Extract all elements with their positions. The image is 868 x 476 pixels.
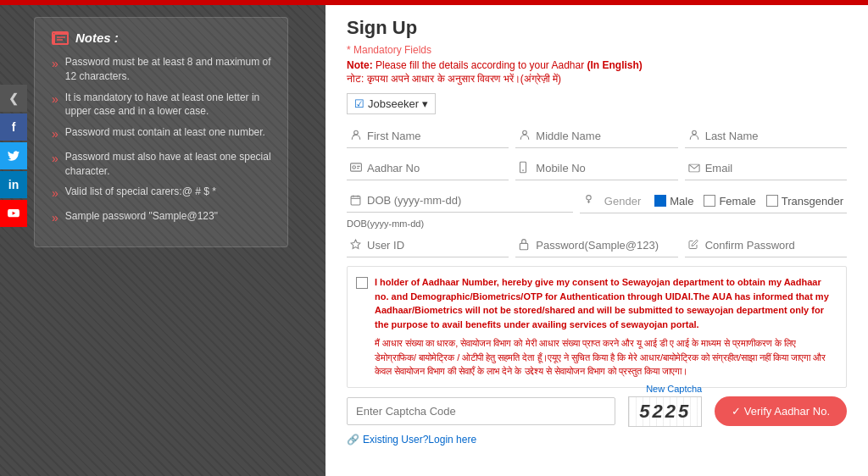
id-card-icon — [350, 163, 362, 175]
password-input[interactable] — [515, 234, 677, 257]
note-body: Please fill the details according to you… — [376, 59, 587, 71]
facebook-button[interactable]: f — [0, 113, 27, 141]
notes-arrow-icon: » — [52, 151, 58, 168]
consent-english: I holder of Aadhaar Number, hereby give … — [375, 275, 837, 331]
note-hindi: नोट: कृपया अपने आधार के अनुसार विवरण भरे… — [347, 73, 847, 85]
email-field — [685, 157, 847, 180]
main-panel: Sign Up * Mandatory Fields Note: Please … — [326, 0, 868, 476]
aadhar-input[interactable] — [347, 157, 509, 180]
svg-point-18 — [587, 196, 591, 200]
notes-panel: Notes : »Password must be at least 8 and… — [34, 17, 288, 247]
star-icon — [350, 239, 361, 252]
notes-item: »Valid list of special carers:@ # $ * — [52, 185, 275, 202]
password-field — [515, 234, 677, 257]
userid-input[interactable] — [347, 234, 509, 257]
mobile-input[interactable] — [515, 157, 677, 180]
svg-point-3 — [354, 130, 359, 135]
top-bar — [0, 0, 868, 5]
mobile-icon — [519, 162, 527, 176]
notes-title: Notes : — [52, 30, 275, 45]
last-name-field — [685, 125, 847, 148]
transgender-checkbox[interactable] — [766, 195, 778, 207]
jobseeker-dropdown[interactable]: ☑ Jobseeker ▾ — [347, 93, 436, 114]
note-label: Note: — [347, 59, 373, 71]
calendar-icon — [350, 195, 361, 208]
credentials-row — [347, 234, 847, 257]
notes-item: »Password must contain at least one numb… — [52, 125, 275, 143]
dob-gender-row: Gender Male Female Transgender — [347, 189, 847, 213]
notes-arrow-icon: » — [52, 126, 58, 143]
form-title: Sign Up — [347, 17, 847, 39]
svg-point-8 — [353, 166, 356, 169]
gender-row: Gender Male Female Transgender — [580, 189, 847, 213]
gender-label: Gender — [604, 195, 641, 208]
gender-female-option[interactable]: Female — [704, 195, 755, 208]
consent-text-wrap: I holder of Aadhaar Number, hereby give … — [375, 275, 837, 379]
middle-name-field — [515, 125, 677, 148]
gender-male-option[interactable]: Male — [654, 195, 693, 208]
notes-item: »Sample password "Sample@123" — [52, 209, 275, 227]
person-icon — [350, 130, 362, 144]
first-name-input[interactable] — [347, 125, 509, 148]
consent-hindi: मैं आधार संख्या का धारक, सेवायोजन विभाग … — [375, 336, 837, 379]
person-icon-2 — [519, 130, 531, 144]
dob-input[interactable] — [347, 189, 573, 213]
note-bold: (In English) — [587, 59, 643, 71]
confirm-password-input[interactable] — [685, 234, 847, 257]
mobile-field — [515, 157, 677, 180]
captcha-input[interactable] — [347, 397, 615, 425]
captcha-input-wrap — [347, 397, 615, 425]
jobseeker-row: ☑ Jobseeker ▾ — [347, 93, 847, 114]
mandatory-text: * Mandatory Fields — [347, 44, 847, 56]
gender-transgender-option[interactable]: Transgender — [766, 195, 843, 208]
male-label: Male — [670, 195, 693, 208]
lock-icon — [519, 239, 529, 253]
notes-item: »Password must be at least 8 and maximum… — [52, 55, 275, 84]
verify-aadhar-button[interactable]: ✓ Verify Aadhar No. — [715, 396, 847, 426]
middle-name-input[interactable] — [515, 125, 677, 148]
email-input[interactable] — [685, 157, 847, 180]
youtube-button[interactable] — [0, 200, 27, 227]
notes-arrow-icon: » — [52, 185, 58, 202]
transgender-label: Transgender — [782, 195, 843, 208]
link-icon: 🔗 — [347, 434, 359, 446]
consent-checkbox[interactable] — [356, 277, 368, 289]
pencil-icon — [688, 240, 698, 252]
gender-icon — [583, 194, 594, 208]
name-row — [347, 125, 847, 148]
twitter-button[interactable] — [0, 142, 27, 169]
existing-user-text: Existing User?Login here — [363, 434, 476, 446]
email-icon — [688, 163, 700, 175]
svg-point-6 — [692, 130, 696, 135]
svg-rect-0 — [54, 34, 68, 44]
notes-arrow-icon: » — [52, 91, 58, 108]
jobseeker-label: Jobseeker — [368, 97, 419, 110]
dob-hint: DOB(yyyy-mm-dd) — [347, 219, 847, 229]
existing-user-row: 🔗 Existing User?Login here — [347, 434, 847, 446]
notes-arrow-icon: » — [52, 210, 58, 227]
contact-row — [347, 157, 847, 180]
linkedin-button[interactable]: in — [0, 171, 27, 198]
note-line: Note: Please fill the details according … — [347, 59, 847, 71]
checkbox-icon: ☑ — [354, 97, 364, 110]
svg-rect-11 — [520, 162, 526, 173]
userid-field — [347, 234, 509, 257]
existing-user-link[interactable]: 🔗 Existing User?Login here — [347, 434, 847, 446]
social-sidebar: ❮ f in — [0, 85, 27, 229]
captcha-image-wrap: 5225 New Captcha — [628, 396, 702, 427]
male-checkbox[interactable] — [654, 195, 666, 207]
notes-item: »Password must also have at least one sp… — [52, 150, 275, 179]
new-captcha-link[interactable]: New Captcha — [646, 384, 702, 394]
svg-rect-14 — [351, 196, 360, 204]
female-label: Female — [719, 195, 755, 208]
captcha-section: 5225 New Captcha ✓ Verify Aadhar No. — [347, 396, 847, 427]
last-name-input[interactable] — [685, 125, 847, 148]
dob-field — [347, 189, 573, 213]
svg-rect-22 — [520, 243, 528, 250]
sidebar-toggle-button[interactable]: ❮ — [0, 85, 27, 112]
female-checkbox[interactable] — [704, 195, 715, 207]
confirm-password-field — [685, 234, 847, 257]
notes-item: »It is mandatory to have at least one le… — [52, 91, 275, 119]
aadhar-field — [347, 157, 509, 180]
captcha-image: 5225 — [628, 396, 702, 427]
